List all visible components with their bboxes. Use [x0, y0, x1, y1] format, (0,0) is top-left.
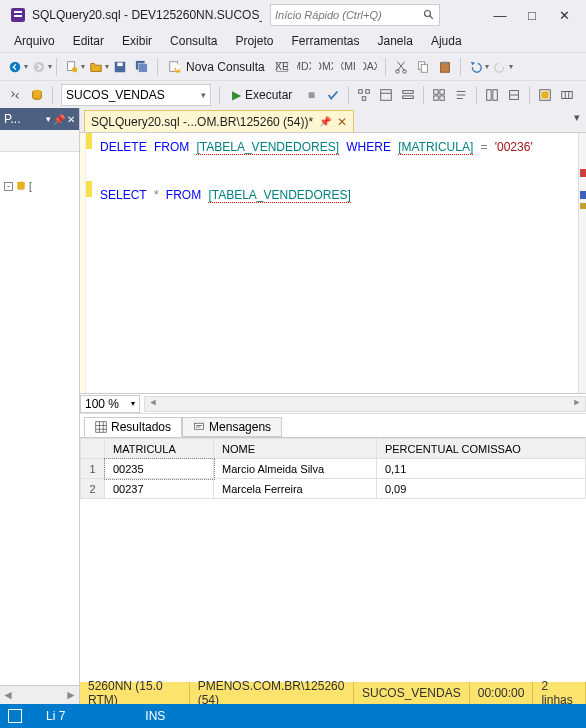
- cell-nome[interactable]: Marcela Ferreira: [214, 479, 377, 499]
- svg-rect-48: [542, 91, 549, 98]
- undo-button[interactable]: ▾: [465, 56, 489, 78]
- svg-rect-31: [363, 96, 367, 100]
- new-query-button[interactable]: ▾: [61, 56, 85, 78]
- svg-rect-12: [139, 63, 148, 72]
- misc-icon-4[interactable]: [556, 84, 578, 106]
- menu-ajuda[interactable]: Ajuda: [423, 32, 470, 50]
- tree-expand-icon[interactable]: -: [4, 182, 13, 191]
- tab-close-icon[interactable]: ✕: [337, 115, 347, 129]
- results-grid-button[interactable]: [428, 84, 450, 106]
- main-area: P... ▾ 📌 ✕ - [ ◄► SQLQuery20.sql -...OM.…: [0, 108, 586, 704]
- menu-exibir[interactable]: Exibir: [114, 32, 160, 50]
- quick-launch-box[interactable]: [270, 4, 440, 26]
- table-row[interactable]: 1 00235 Marcio Almeida Silva 0,11: [81, 459, 586, 479]
- dax-icon[interactable]: DAX: [359, 56, 381, 78]
- status-ready-indicator: [8, 709, 26, 723]
- menu-editar[interactable]: Editar: [65, 32, 112, 50]
- col-percentual[interactable]: PERCENTUAL COMISSAO: [376, 439, 585, 459]
- menu-projeto[interactable]: Projeto: [227, 32, 281, 50]
- query-status-bar: 5260NN (15.0 RTM) PMENOS.COM.BR\125260 (…: [80, 682, 586, 704]
- panel-header-controls: ▾ 📌 ✕: [46, 114, 75, 125]
- panel-title: P...: [4, 112, 20, 126]
- save-all-button[interactable]: [131, 56, 153, 78]
- paste-button[interactable]: [434, 56, 456, 78]
- row-number[interactable]: 1: [81, 459, 105, 479]
- cut-button[interactable]: [390, 56, 412, 78]
- panel-close-icon[interactable]: ✕: [67, 114, 75, 125]
- grid-icon: [95, 421, 107, 433]
- query-options-button[interactable]: [397, 84, 419, 106]
- tab-mensagens[interactable]: Mensagens: [182, 417, 282, 437]
- menu-janela[interactable]: Janela: [370, 32, 421, 50]
- svg-text:★: ★: [173, 61, 182, 73]
- cell-pct[interactable]: 0,09: [376, 479, 585, 499]
- row-number[interactable]: 2: [81, 479, 105, 499]
- cell-matricula[interactable]: 00237: [105, 479, 214, 499]
- quick-launch-input[interactable]: [275, 9, 423, 21]
- copy-button[interactable]: [412, 56, 434, 78]
- play-icon: ▶: [232, 88, 241, 102]
- chevron-down-icon: ▾: [201, 90, 206, 100]
- sidebar-hscroll[interactable]: ◄►: [0, 686, 79, 704]
- resultados-label: Resultados: [111, 420, 171, 434]
- menu-consulta[interactable]: Consulta: [162, 32, 225, 50]
- save-button[interactable]: [109, 56, 131, 78]
- code-area[interactable]: DELETE FROM [TABELA_VENDEDORES] WHERE [M…: [92, 133, 586, 393]
- cell-pct[interactable]: 0,11: [376, 459, 585, 479]
- forward-button[interactable]: ▾: [28, 56, 52, 78]
- results-grid[interactable]: MATRICULA NOME PERCENTUAL COMISSAO 1 002…: [80, 437, 586, 682]
- svg-rect-37: [440, 89, 444, 93]
- overview-ruler[interactable]: [578, 133, 586, 393]
- object-explorer-panel: P... ▾ 📌 ✕ - [ ◄►: [0, 108, 80, 704]
- messages-icon: [193, 421, 205, 433]
- panel-dropdown-icon[interactable]: ▾: [46, 114, 51, 125]
- maximize-button[interactable]: □: [520, 8, 544, 23]
- nova-consulta-label: Nova Consulta: [186, 60, 265, 74]
- pin-icon[interactable]: 📌: [53, 114, 65, 125]
- results-text-button[interactable]: [450, 84, 472, 106]
- redo-button[interactable]: ▾: [489, 56, 513, 78]
- misc-icon-2[interactable]: [503, 84, 525, 106]
- mdx-icon[interactable]: MDX: [293, 56, 315, 78]
- mensagens-label: Mensagens: [209, 420, 271, 434]
- tabwell-dropdown-icon[interactable]: ▾: [574, 111, 580, 124]
- execute-button[interactable]: ▶ Executar: [224, 88, 300, 102]
- editor-hscroll[interactable]: ◄►: [144, 396, 586, 412]
- status-server: 5260NN (15.0 RTM): [80, 682, 190, 704]
- tab-pin-icon[interactable]: 📌: [319, 116, 331, 127]
- change-connection-icon[interactable]: [4, 84, 26, 106]
- open-button[interactable]: ▾: [85, 56, 109, 78]
- xmla-icon[interactable]: XML: [337, 56, 359, 78]
- document-tab-active[interactable]: SQLQuery20.sql -...OM.BR\125260 (54))* 📌…: [84, 110, 354, 132]
- cell-matricula[interactable]: 00235: [105, 459, 214, 479]
- editor-footer: 100 % ▾ ◄►: [80, 393, 586, 413]
- database-selector[interactable]: SUCOS_VENDAS ▾: [61, 84, 211, 106]
- zoom-selector[interactable]: 100 % ▾: [80, 395, 140, 413]
- cell-nome[interactable]: Marcio Almeida Silva: [214, 459, 377, 479]
- grid-corner[interactable]: [81, 439, 105, 459]
- misc-icon-1[interactable]: [481, 84, 503, 106]
- menu-arquivo[interactable]: Arquivo: [6, 32, 63, 50]
- object-explorer-header[interactable]: P... ▾ 📌 ✕: [0, 108, 79, 130]
- close-button[interactable]: ✕: [552, 8, 576, 23]
- tab-resultados[interactable]: Resultados: [84, 417, 182, 437]
- document-tabs: SQLQuery20.sql -...OM.BR\125260 (54))* 📌…: [80, 108, 586, 132]
- col-matricula[interactable]: MATRICULA: [105, 439, 214, 459]
- menu-ferramentas[interactable]: Ferramentas: [283, 32, 367, 50]
- col-nome[interactable]: NOME: [214, 439, 377, 459]
- sql-editor[interactable]: DELETE FROM [TABELA_VENDEDORES] WHERE [M…: [80, 133, 586, 393]
- nova-consulta-button[interactable]: ★ Nova Consulta: [162, 60, 271, 74]
- minimize-button[interactable]: —: [488, 8, 512, 23]
- back-button[interactable]: ▾: [4, 56, 28, 78]
- table-row[interactable]: 2 00237 Marcela Ferreira 0,09: [81, 479, 586, 499]
- dmx-icon[interactable]: DMX: [315, 56, 337, 78]
- parse-button[interactable]: [322, 84, 344, 106]
- stop-button[interactable]: ■: [300, 84, 322, 106]
- svg-rect-35: [403, 95, 414, 98]
- include-plan-button[interactable]: [375, 84, 397, 106]
- xe-icon[interactable]: XE: [271, 56, 293, 78]
- misc-icon-3[interactable]: [534, 84, 556, 106]
- object-explorer-tree[interactable]: - [: [0, 152, 79, 686]
- display-plan-button[interactable]: [353, 84, 375, 106]
- available-databases-icon[interactable]: [26, 84, 48, 106]
